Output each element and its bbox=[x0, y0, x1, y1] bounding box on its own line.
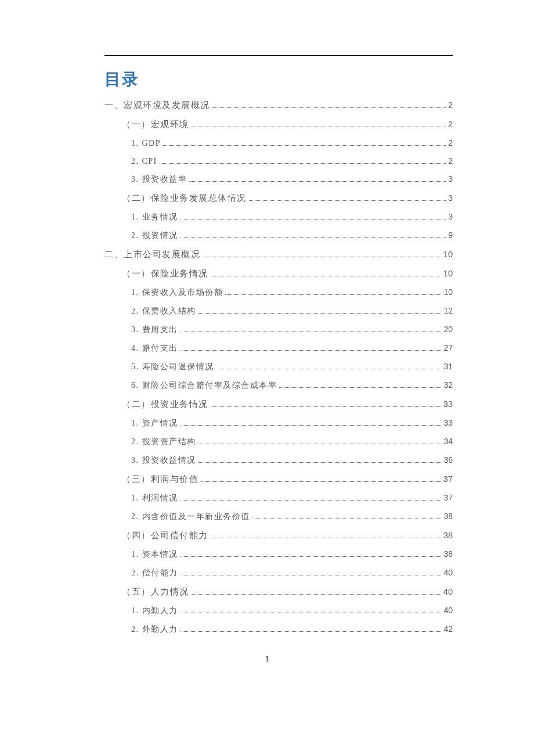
toc-entry-page: 38 bbox=[443, 531, 453, 540]
toc-entry-page: 33 bbox=[443, 399, 453, 409]
toc-title: 目录 bbox=[104, 69, 453, 91]
toc-entry-page: 2 bbox=[448, 138, 453, 147]
toc-entry: 3. 投资收益情况36 bbox=[131, 455, 453, 466]
toc-entry-label: 1. GDP bbox=[131, 139, 161, 148]
toc-entry-page: 3 bbox=[448, 174, 453, 183]
toc-entry-page: 33 bbox=[443, 418, 453, 427]
toc-entry-page: 3 bbox=[448, 193, 453, 203]
toc-entry-label: 2. 外勤人力 bbox=[131, 624, 178, 635]
toc-entry: （二）保险业务发展总体情况3 bbox=[122, 193, 453, 204]
toc-leader-dots bbox=[211, 276, 441, 276]
toc-entry: 2. 投资资产结构34 bbox=[131, 437, 453, 447]
toc-entry-page: 42 bbox=[443, 624, 453, 633]
toc-entry: 1. 资本情况38 bbox=[131, 549, 453, 560]
toc-entry: 2. 保费收入结构12 bbox=[131, 306, 453, 316]
toc-leader-dots bbox=[181, 631, 442, 632]
toc-entry-page: 20 bbox=[443, 325, 453, 334]
toc-leader-dots bbox=[163, 145, 446, 146]
toc-entry-label: 2. CPI bbox=[131, 157, 157, 166]
toc-entry: （五）人力情况40 bbox=[122, 586, 453, 597]
toc-leader-dots bbox=[211, 406, 441, 407]
toc-leader-dots bbox=[279, 387, 441, 388]
toc-entry-page: 12 bbox=[443, 306, 453, 315]
toc-entry-label: （五）人力情况 bbox=[122, 586, 189, 597]
toc-entry-page: 3 bbox=[448, 212, 453, 221]
toc-entry: 1. 资产情况33 bbox=[131, 418, 453, 429]
toc-entry-page: 40 bbox=[443, 587, 453, 596]
toc-entry: 3. 费用支出20 bbox=[131, 325, 453, 335]
toc-leader-dots bbox=[249, 200, 446, 201]
toc-entry-page: 2 bbox=[448, 120, 453, 129]
toc-entry: 1. 利润情况37 bbox=[131, 493, 453, 503]
toc-leader-dots bbox=[181, 219, 446, 219]
toc-entry-label: 1. 资本情况 bbox=[131, 549, 178, 560]
toc-entry-label: 5. 寿险公司退保情况 bbox=[131, 362, 214, 372]
toc-entry-page: 36 bbox=[443, 455, 453, 465]
toc-entry: 1. GDP2 bbox=[131, 138, 453, 148]
toc-leader-dots bbox=[203, 257, 441, 257]
toc-leader-dots bbox=[181, 500, 442, 501]
toc-entry-label: （二）保险业务发展总体情况 bbox=[122, 193, 247, 204]
top-rule-line bbox=[104, 55, 453, 56]
toc-entry: 2. 内含价值及一年新业务价值38 bbox=[131, 512, 453, 522]
toc-entry-label: 1. 利润情况 bbox=[131, 493, 178, 503]
toc-entry-page: 9 bbox=[448, 231, 453, 240]
toc-entry: 二、上市公司发展概况10 bbox=[104, 249, 453, 260]
toc-entry-page: 37 bbox=[443, 474, 453, 484]
toc-leader-dots bbox=[212, 107, 446, 108]
toc-entry-label: 3. 投资收益率 bbox=[131, 174, 187, 185]
toc-entry-label: 2. 投资资产结构 bbox=[131, 437, 196, 447]
toc-entry-page: 40 bbox=[443, 606, 453, 615]
toc-entry-label: （三）利润与价值 bbox=[122, 474, 199, 485]
toc-entry-page: 38 bbox=[443, 512, 453, 521]
toc-entry: 一、宏观环境及发展概况2 bbox=[104, 100, 453, 111]
toc-leader-dots bbox=[252, 519, 442, 519]
toc-entry-label: 2. 偿付能力 bbox=[131, 568, 178, 578]
toc-entry-label: 2. 保费收入结构 bbox=[131, 306, 196, 316]
toc-entry-label: 二、上市公司发展概况 bbox=[104, 249, 200, 260]
toc-entry-page: 10 bbox=[443, 250, 453, 259]
toc-entry-page: 38 bbox=[443, 549, 453, 559]
toc-entry-label: 1. 业务情况 bbox=[131, 212, 178, 222]
toc-entry: 2. 投资情况9 bbox=[131, 231, 453, 241]
toc-entry: 2. 偿付能力40 bbox=[131, 568, 453, 578]
toc-entry: 1. 内勤人力40 bbox=[131, 606, 453, 616]
toc-leader-dots bbox=[181, 613, 442, 613]
toc-entry-label: （一）宏观环境 bbox=[122, 119, 189, 130]
toc-entry-label: 2. 投资情况 bbox=[131, 231, 178, 241]
toc-entry: 2. CPI2 bbox=[131, 156, 453, 166]
toc-entry-page: 10 bbox=[443, 287, 453, 297]
toc-entry-page: 27 bbox=[443, 343, 453, 352]
toc-entry: 1. 业务情况3 bbox=[131, 212, 453, 222]
toc-leader-dots bbox=[181, 556, 442, 557]
toc-leader-dots bbox=[199, 444, 442, 444]
toc-entry-page: 2 bbox=[448, 100, 453, 110]
toc-entry: 4. 赔付支出27 bbox=[131, 343, 453, 354]
toc-entry-page: 40 bbox=[443, 568, 453, 577]
toc-entry-label: 1. 资产情况 bbox=[131, 418, 178, 429]
toc-entry: 1. 保费收入及市场份额10 bbox=[131, 287, 453, 298]
toc-entry-page: 31 bbox=[443, 362, 453, 371]
toc-entry-label: 一、宏观环境及发展概况 bbox=[104, 100, 210, 111]
toc-entry-label: （一）保险业务情况 bbox=[122, 268, 208, 279]
toc-entry-label: 1. 保费收入及市场份额 bbox=[131, 287, 223, 298]
toc-entry: （一）保险业务情况10 bbox=[122, 268, 453, 279]
toc-leader-dots bbox=[181, 575, 442, 575]
toc-leader-dots bbox=[189, 181, 446, 182]
toc-entry-label: 3. 费用支出 bbox=[131, 325, 178, 335]
toc-entry-label: 4. 赔付支出 bbox=[131, 343, 178, 354]
toc-entry: 5. 寿险公司退保情况31 bbox=[131, 362, 453, 372]
toc-leader-dots bbox=[192, 594, 441, 595]
toc-entry: （四）公司偿付能力38 bbox=[122, 530, 453, 541]
toc-entry: （二）投资业务情况33 bbox=[122, 399, 453, 410]
toc-entry-page: 32 bbox=[443, 380, 453, 390]
toc-entry-label: 2. 内含价值及一年新业务价值 bbox=[131, 512, 250, 522]
toc-leader-dots bbox=[181, 425, 442, 426]
toc-entry: （一）宏观环境2 bbox=[122, 119, 453, 130]
toc-leader-dots bbox=[181, 350, 442, 351]
toc-entry-label: 3. 投资收益情况 bbox=[131, 455, 196, 466]
toc-entry-label: 6. 财险公司综合赔付率及综合成本率 bbox=[131, 380, 277, 391]
toc-entry: （三）利润与价值37 bbox=[122, 474, 453, 485]
toc-list: 一、宏观环境及发展概况2（一）宏观环境21. GDP22. CPI23. 投资收… bbox=[104, 100, 453, 635]
toc-leader-dots bbox=[181, 237, 446, 238]
